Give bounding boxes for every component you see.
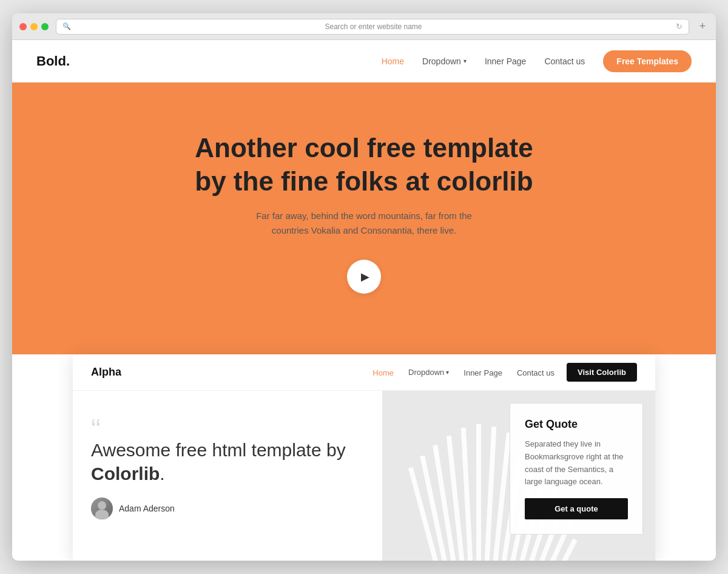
nav-item-inner-page[interactable]: Inner Page — [485, 56, 527, 67]
visit-colorlib-button[interactable]: Visit Colorlib — [567, 363, 637, 382]
nav-item-contact[interactable]: Contact us — [544, 56, 585, 67]
nav-item-dropdown[interactable]: Dropdown ▾ — [422, 56, 467, 66]
author-avatar — [91, 498, 113, 519]
nav-links: Home Dropdown ▾ Inner Page Contact us — [382, 56, 585, 67]
inner-hero-right: Get Quote Separated they live in Bookmar… — [382, 391, 655, 561]
website-content: Bold. Home Dropdown ▾ Inner Page Contact… — [12, 40, 716, 561]
minimize-dot[interactable] — [30, 23, 38, 30]
top-navigation: Bold. Home Dropdown ▾ Inner Page Contact… — [12, 40, 716, 83]
fullscreen-dot[interactable] — [41, 23, 49, 30]
search-icon: 🔍 — [62, 22, 71, 30]
nav-link-home[interactable]: Home — [382, 56, 404, 66]
address-bar-text: Search or enter website name — [75, 22, 672, 31]
inner-nav-item-contact[interactable]: Contact us — [517, 367, 554, 378]
browser-dots — [19, 23, 49, 30]
inner-chevron-down-icon: ▾ — [446, 369, 449, 376]
chevron-down-icon: ▾ — [463, 58, 467, 64]
browser-toolbar: 🔍 Search or enter website name ↻ + — [12, 13, 716, 40]
nav-item-home[interactable]: Home — [382, 56, 404, 67]
inner-nav-item-dropdown[interactable]: Dropdown ▾ — [408, 368, 449, 377]
site-logo: Bold. — [36, 53, 70, 69]
author-row: Adam Aderson — [91, 498, 364, 519]
refresh-icon[interactable]: ↻ — [676, 22, 682, 31]
nav-link-contact[interactable]: Contact us — [544, 56, 585, 66]
close-dot[interactable] — [19, 23, 27, 30]
inner-nav-link-contact[interactable]: Contact us — [517, 368, 554, 377]
play-icon: ▶ — [361, 270, 369, 283]
inner-nav-dropdown-trigger[interactable]: Dropdown ▾ — [408, 368, 449, 377]
inner-hero-title: Awesome free html template by Colorlib. — [91, 438, 364, 485]
inner-navigation: Alpha Home Dropdown ▾ Inner Page — [73, 354, 655, 391]
hero-title: Another cool free template by the fine f… — [182, 131, 546, 198]
avatar-image — [91, 498, 113, 519]
new-tab-button[interactable]: + — [696, 21, 709, 33]
play-button[interactable]: ▶ — [347, 260, 381, 294]
hero-section: Another cool free template by the fine f… — [12, 83, 716, 354]
inner-nav-link-inner-page[interactable]: Inner Page — [463, 368, 502, 377]
address-bar[interactable]: 🔍 Search or enter website name ↻ — [56, 19, 689, 35]
preview-card: Alpha Home Dropdown ▾ Inner Page — [73, 354, 655, 561]
nav-dropdown-trigger[interactable]: Dropdown ▾ — [422, 56, 467, 66]
browser-window: 🔍 Search or enter website name ↻ + Bold.… — [12, 13, 716, 561]
inner-hero-left: “ Awesome free html template by Colorlib… — [73, 391, 382, 561]
quote-card-text: Separated they live in Bookmarksgrove ri… — [525, 438, 628, 488]
inner-nav-links: Home Dropdown ▾ Inner Page Contact us — [372, 367, 554, 378]
hero-subtitle: Far far away, behind the word mountains,… — [243, 209, 485, 238]
quote-card-title: Get Quote — [525, 418, 628, 431]
free-templates-button[interactable]: Free Templates — [603, 50, 692, 72]
nav-link-inner-page[interactable]: Inner Page — [485, 56, 527, 66]
get-quote-button[interactable]: Get a quote — [525, 498, 628, 519]
inner-nav-item-home[interactable]: Home — [372, 367, 394, 378]
author-name: Adam Aderson — [119, 504, 175, 513]
svg-rect-6 — [476, 424, 481, 561]
inner-site-logo: Alpha — [91, 366, 121, 379]
quote-card: Get Quote Separated they live in Bookmar… — [510, 403, 643, 535]
inner-nav-item-inner-page[interactable]: Inner Page — [463, 367, 502, 378]
inner-hero: “ Awesome free html template by Colorlib… — [73, 391, 655, 561]
inner-nav-link-home[interactable]: Home — [372, 368, 394, 377]
